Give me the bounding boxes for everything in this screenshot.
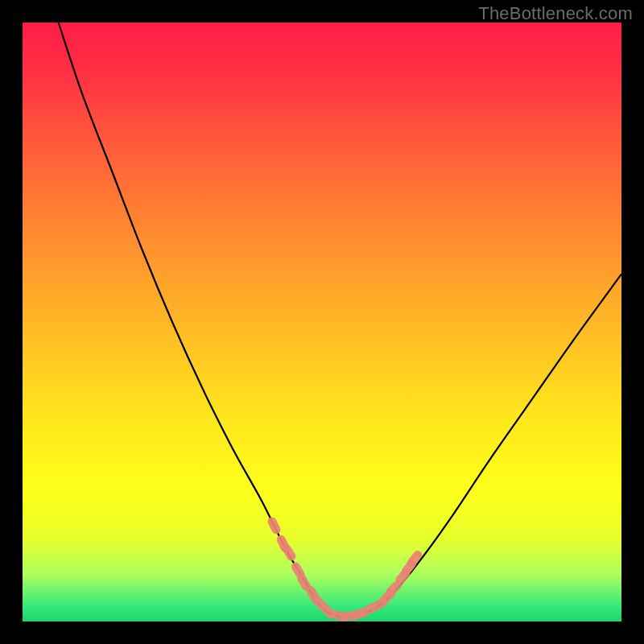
marker-group (266, 516, 424, 621)
watermark-text: TheBottleneck.com (478, 3, 633, 24)
outer-frame: TheBottleneck.com (0, 0, 644, 644)
plot-area (23, 23, 621, 621)
bottleneck-curve (59, 23, 621, 617)
chart-svg (23, 23, 621, 621)
curve-marker (266, 516, 283, 536)
